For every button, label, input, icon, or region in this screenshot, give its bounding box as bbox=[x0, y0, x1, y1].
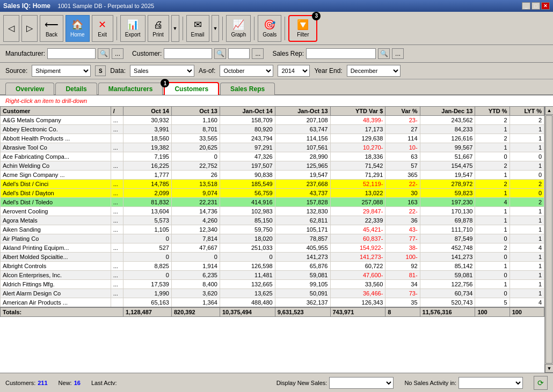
table-cell: 59,081 bbox=[420, 271, 475, 280]
manufacturer-search-button[interactable]: 🔍 bbox=[98, 48, 110, 59]
email-dropdown-arrow[interactable]: ▼ bbox=[212, 15, 220, 42]
table-cell: 1,990 bbox=[123, 289, 171, 298]
graph-button[interactable]: 📈 Graph bbox=[226, 15, 251, 42]
table-cell: 52,119- bbox=[330, 180, 385, 189]
email-button[interactable]: ✉ Email bbox=[186, 15, 209, 42]
table-row[interactable]: Achin Welding Co...16,22522,752197,50712… bbox=[1, 161, 544, 171]
table-cell: 63 bbox=[385, 152, 420, 161]
print-dropdown-arrow[interactable]: ▼ bbox=[171, 15, 179, 42]
print-button[interactable]: 🖨 Print bbox=[148, 15, 169, 42]
tab-overview[interactable]: Overview bbox=[5, 83, 54, 95]
scroll-down-arrow[interactable]: ▼ bbox=[545, 364, 553, 373]
table-cell: 1 bbox=[510, 271, 544, 280]
table-row[interactable]: A&G Metals Company...30,9321,160158,7092… bbox=[1, 116, 544, 125]
exit-icon: ✕ bbox=[98, 19, 106, 31]
tab-manufacturers[interactable]: Manufacturers bbox=[98, 83, 163, 95]
table-row[interactable]: Aiken Sanding...1,10512,34059,750105,171… bbox=[1, 225, 544, 234]
customer-input[interactable] bbox=[164, 48, 212, 59]
export-button[interactable]: 📊 Export bbox=[120, 15, 145, 42]
col-header-flag: / bbox=[111, 107, 123, 116]
table-cell: 13,022 bbox=[330, 189, 385, 198]
table-cell: 5,573 bbox=[123, 216, 171, 225]
asof-select[interactable]: JanuaryFebruaryMarchApril MayJuneJulyAug… bbox=[220, 65, 273, 77]
table-cell: 452,748 bbox=[420, 243, 475, 253]
tab-sales-reps[interactable]: Sales Reps bbox=[220, 83, 275, 95]
scroll-thumb[interactable] bbox=[545, 115, 552, 364]
vertical-scrollbar[interactable]: ▲ ▼ bbox=[544, 106, 553, 373]
table-cell: 60,837- bbox=[330, 234, 385, 243]
table-cell: 22,752 bbox=[171, 161, 220, 171]
tab-customers[interactable]: Customers 1 bbox=[164, 82, 219, 95]
table-cell: 87,549 bbox=[420, 234, 475, 243]
table-cell: Achin Welding Co bbox=[1, 161, 111, 171]
salesrep-search-button[interactable]: 🔍 bbox=[378, 48, 390, 59]
table-cell: 1 bbox=[475, 171, 510, 180]
nav-right-button[interactable]: ▷ bbox=[21, 15, 38, 42]
table-cell: ... bbox=[111, 161, 123, 171]
table-cell: 1 bbox=[510, 289, 544, 298]
table-row[interactable]: Abbey Electronic Co....3,9918,70180,9206… bbox=[1, 125, 544, 134]
year-select[interactable]: 2012201320142015 bbox=[278, 65, 310, 77]
customer-search-button[interactable]: 🔍 bbox=[214, 48, 226, 59]
toolbar-separator-2 bbox=[183, 17, 183, 40]
table-cell: 18,560 bbox=[123, 134, 171, 143]
table-row[interactable]: Ace Fabricating Compa...7,195047,32628,9… bbox=[1, 152, 544, 161]
table-cell: 22- bbox=[385, 180, 420, 189]
close-button[interactable]: ✕ bbox=[541, 2, 550, 10]
source-s-button[interactable]: S bbox=[95, 65, 106, 76]
table-row[interactable]: Alert Alarm Design Co...1,9903,62013,625… bbox=[1, 289, 544, 298]
nav-left-button[interactable]: ◁ bbox=[3, 15, 19, 42]
customer-browse-button[interactable]: ... bbox=[252, 48, 264, 59]
table-row[interactable]: Aerovent Cooling...13,60414,736102,98313… bbox=[1, 207, 544, 216]
table-cell: 0 bbox=[475, 289, 510, 298]
window-title: Sales IQ: Home 1001 Sample DB - Perpetua… bbox=[3, 2, 154, 10]
table-row[interactable]: Acme Sign Company ...1,7772690,83819,547… bbox=[1, 171, 544, 180]
display-new-sales-select[interactable] bbox=[329, 377, 394, 389]
table-row[interactable]: Albert Molded Spcialtie...000141,273141,… bbox=[1, 253, 544, 262]
table-row[interactable]: Akland Printing Equipm......52747,667251… bbox=[1, 243, 544, 253]
data-select[interactable]: Sales Units GP bbox=[130, 65, 194, 77]
table-row[interactable]: Adel's Dist / Cinci...14,78513,518185,54… bbox=[1, 180, 544, 189]
totals-ytd-var: 743,971 bbox=[330, 307, 385, 317]
table-row[interactable]: Alcon Enterprises, Inc....06,23511,48159… bbox=[1, 271, 544, 280]
exit-button[interactable]: ✕ Exit bbox=[92, 15, 113, 42]
scroll-up-arrow[interactable]: ▲ bbox=[545, 106, 553, 115]
minimize-button[interactable]: _ bbox=[522, 2, 530, 10]
back-button[interactable]: ⟵ Back bbox=[40, 15, 63, 42]
source-label: Source: bbox=[5, 67, 27, 75]
home-icon: 🏠 bbox=[71, 19, 83, 31]
salesrep-browse-button[interactable]: ... bbox=[392, 48, 404, 59]
table-cell: 7,814 bbox=[171, 234, 220, 243]
customer-input-2[interactable] bbox=[228, 48, 250, 59]
table-cell: ... bbox=[111, 116, 123, 125]
table-wrapper[interactable]: Customer / Oct 14 Oct 13 Jan-Oct 14 Jan-… bbox=[0, 106, 544, 373]
table-row[interactable]: Agora Metals...5,5734,26085,15062,81122,… bbox=[1, 216, 544, 225]
table-cell: Ace Fabricating Compa... bbox=[1, 152, 111, 161]
table-row[interactable]: American Air Products ...65,1631,364488,… bbox=[1, 298, 544, 308]
maximize-button[interactable]: □ bbox=[532, 2, 540, 10]
tab-details[interactable]: Details bbox=[55, 83, 97, 95]
table-row[interactable]: Air Plating Co07,81418,02078,85760,837-7… bbox=[1, 234, 544, 243]
salesrep-input[interactable] bbox=[306, 48, 376, 59]
table-cell: 36 bbox=[385, 216, 420, 225]
table-cell: 50,091 bbox=[275, 289, 330, 298]
home-button[interactable]: 🏠 Home bbox=[66, 15, 90, 42]
goals-button[interactable]: 🎯 Goals bbox=[258, 15, 281, 42]
source-select[interactable]: Shipment Orders Quotes bbox=[32, 65, 91, 77]
table-row[interactable]: Adel's Dist / Toledo...81,83222,231414,9… bbox=[1, 198, 544, 207]
table-cell: Aiken Sanding bbox=[1, 225, 111, 234]
yearend-select[interactable]: JanuaryFebruaryMarchApril MayJuneJulyAug… bbox=[347, 65, 401, 77]
table-cell: 13,604 bbox=[123, 207, 171, 216]
table-cell: Aldrich Fittings Mfg. bbox=[1, 280, 111, 289]
manufacturer-input[interactable] bbox=[47, 48, 96, 59]
table-cell: 0 bbox=[510, 171, 544, 180]
manufacturer-browse-button[interactable]: ... bbox=[112, 48, 123, 59]
table-row[interactable]: Albright Controls...8,8251,914126,59865,… bbox=[1, 262, 544, 271]
table-row[interactable]: Abrasive Tool Co...19,38220,62597,291107… bbox=[1, 143, 544, 152]
refresh-button[interactable]: ⟳ bbox=[534, 376, 548, 390]
no-sales-select[interactable] bbox=[459, 377, 523, 389]
table-row[interactable]: Adel's Dist / Dayton...2,0999,07456,7594… bbox=[1, 189, 544, 198]
table-cell: Air Plating Co bbox=[1, 234, 111, 243]
table-row[interactable]: Abbott Health Products ...18,56033,56524… bbox=[1, 134, 544, 143]
table-row[interactable]: Aldrich Fittings Mfg....17,5398,400132,6… bbox=[1, 280, 544, 289]
